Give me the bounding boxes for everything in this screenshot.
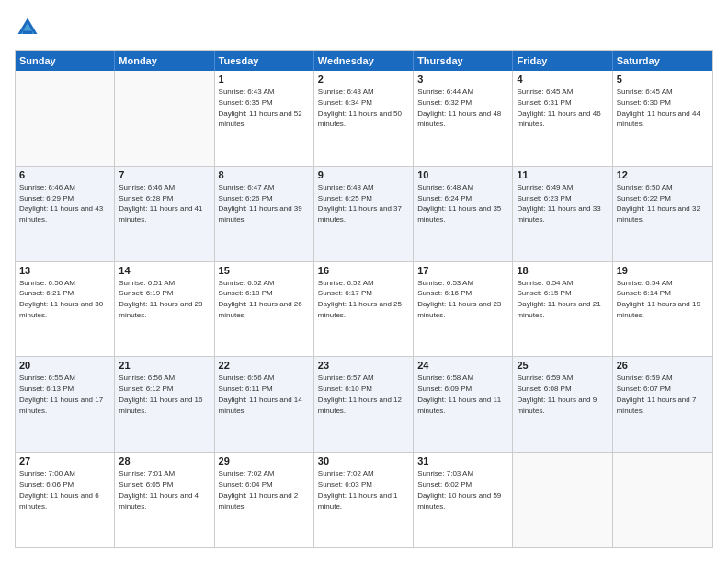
header-day-thursday: Thursday [414, 51, 513, 71]
day-cell-27: 27Sunrise: 7:00 AM Sunset: 6:06 PM Dayli… [16, 453, 115, 547]
day-number: 20 [19, 360, 110, 371]
day-cell-9: 9Sunrise: 6:48 AM Sunset: 6:25 PM Daylig… [314, 167, 414, 261]
day-number: 18 [517, 265, 608, 276]
day-number: 6 [19, 169, 110, 180]
day-cell-19: 19Sunrise: 6:54 AM Sunset: 6:14 PM Dayli… [613, 262, 712, 357]
day-cell-31: 31Sunrise: 7:03 AM Sunset: 6:02 PM Dayli… [414, 453, 513, 547]
day-number: 23 [318, 360, 409, 371]
page: SundayMondayTuesdayWednesdayThursdayFrid… [0, 0, 728, 563]
cell-info: Sunrise: 6:44 AM Sunset: 6:32 PM Dayligh… [417, 87, 501, 128]
header-day-wednesday: Wednesday [314, 51, 414, 71]
header-day-monday: Monday [115, 51, 214, 71]
cell-info: Sunrise: 6:46 AM Sunset: 6:29 PM Dayligh… [19, 183, 103, 224]
calendar-header: SundayMondayTuesdayWednesdayThursdayFrid… [16, 51, 712, 71]
day-cell-29: 29Sunrise: 7:02 AM Sunset: 6:04 PM Dayli… [215, 453, 314, 547]
day-cell-5: 5Sunrise: 6:45 AM Sunset: 6:30 PM Daylig… [613, 71, 712, 166]
cell-info: Sunrise: 6:46 AM Sunset: 6:28 PM Dayligh… [119, 183, 202, 224]
cell-info: Sunrise: 6:56 AM Sunset: 6:11 PM Dayligh… [219, 373, 302, 414]
cell-info: Sunrise: 6:58 AM Sunset: 6:09 PM Dayligh… [417, 373, 501, 414]
day-number: 5 [617, 74, 709, 85]
day-cell-23: 23Sunrise: 6:57 AM Sunset: 6:10 PM Dayli… [314, 357, 414, 452]
cell-info: Sunrise: 7:02 AM Sunset: 6:04 PM Dayligh… [219, 469, 299, 510]
day-number: 9 [318, 169, 409, 180]
day-number: 1 [219, 74, 310, 85]
cell-info: Sunrise: 6:43 AM Sunset: 6:34 PM Dayligh… [318, 87, 402, 128]
day-cell-24: 24Sunrise: 6:58 AM Sunset: 6:09 PM Dayli… [414, 357, 513, 452]
day-cell-25: 25Sunrise: 6:59 AM Sunset: 6:08 PM Dayli… [513, 357, 612, 452]
cell-info: Sunrise: 7:01 AM Sunset: 6:05 PM Dayligh… [119, 469, 199, 510]
day-cell-11: 11Sunrise: 6:49 AM Sunset: 6:23 PM Dayli… [513, 167, 612, 261]
logo [15, 15, 44, 40]
cell-info: Sunrise: 6:48 AM Sunset: 6:24 PM Dayligh… [417, 183, 501, 224]
day-number: 3 [417, 74, 508, 85]
cell-info: Sunrise: 6:52 AM Sunset: 6:17 PM Dayligh… [318, 279, 402, 319]
cell-info: Sunrise: 6:53 AM Sunset: 6:16 PM Dayligh… [417, 279, 501, 319]
cell-info: Sunrise: 6:54 AM Sunset: 6:15 PM Dayligh… [517, 279, 600, 319]
day-number: 16 [318, 265, 409, 276]
cell-info: Sunrise: 6:54 AM Sunset: 6:14 PM Dayligh… [617, 279, 700, 319]
cell-info: Sunrise: 6:56 AM Sunset: 6:12 PM Dayligh… [119, 373, 202, 414]
cell-info: Sunrise: 6:57 AM Sunset: 6:10 PM Dayligh… [318, 373, 402, 414]
day-cell-8: 8Sunrise: 6:47 AM Sunset: 6:26 PM Daylig… [215, 167, 314, 261]
day-number: 8 [219, 169, 310, 180]
empty-cell [115, 71, 214, 166]
day-number: 10 [417, 169, 508, 180]
day-number: 26 [617, 360, 709, 371]
cell-info: Sunrise: 6:45 AM Sunset: 6:31 PM Dayligh… [517, 87, 600, 128]
day-number: 24 [417, 360, 508, 371]
cell-info: Sunrise: 6:52 AM Sunset: 6:18 PM Dayligh… [219, 279, 302, 319]
calendar-body: 1Sunrise: 6:43 AM Sunset: 6:35 PM Daylig… [16, 71, 712, 547]
svg-rect-2 [23, 31, 33, 35]
day-number: 21 [119, 360, 210, 371]
day-cell-3: 3Sunrise: 6:44 AM Sunset: 6:32 PM Daylig… [414, 71, 513, 166]
day-number: 11 [517, 169, 608, 180]
day-number: 14 [119, 265, 210, 276]
cell-info: Sunrise: 7:03 AM Sunset: 6:02 PM Dayligh… [417, 469, 501, 510]
header-day-friday: Friday [513, 51, 612, 71]
day-cell-18: 18Sunrise: 6:54 AM Sunset: 6:15 PM Dayli… [513, 262, 612, 357]
day-number: 25 [517, 360, 608, 371]
cell-info: Sunrise: 6:45 AM Sunset: 6:30 PM Dayligh… [617, 87, 700, 128]
day-cell-20: 20Sunrise: 6:55 AM Sunset: 6:13 PM Dayli… [16, 357, 115, 452]
header-day-sunday: Sunday [16, 51, 115, 71]
day-number: 13 [19, 265, 110, 276]
header-day-saturday: Saturday [613, 51, 712, 71]
day-number: 2 [318, 74, 409, 85]
day-number: 15 [219, 265, 310, 276]
day-cell-13: 13Sunrise: 6:50 AM Sunset: 6:21 PM Dayli… [16, 262, 115, 357]
calendar-row-4: 27Sunrise: 7:00 AM Sunset: 6:06 PM Dayli… [16, 452, 712, 547]
day-cell-22: 22Sunrise: 6:56 AM Sunset: 6:11 PM Dayli… [215, 357, 314, 452]
cell-info: Sunrise: 6:55 AM Sunset: 6:13 PM Dayligh… [19, 373, 103, 414]
cell-info: Sunrise: 6:50 AM Sunset: 6:22 PM Dayligh… [617, 183, 700, 224]
cell-info: Sunrise: 6:51 AM Sunset: 6:19 PM Dayligh… [119, 279, 202, 319]
day-cell-6: 6Sunrise: 6:46 AM Sunset: 6:29 PM Daylig… [16, 167, 115, 261]
header [15, 15, 713, 40]
day-cell-21: 21Sunrise: 6:56 AM Sunset: 6:12 PM Dayli… [115, 357, 214, 452]
day-number: 17 [417, 265, 508, 276]
day-cell-26: 26Sunrise: 6:59 AM Sunset: 6:07 PM Dayli… [613, 357, 712, 452]
day-number: 12 [617, 169, 709, 180]
cell-info: Sunrise: 7:00 AM Sunset: 6:06 PM Dayligh… [19, 469, 99, 510]
day-cell-10: 10Sunrise: 6:48 AM Sunset: 6:24 PM Dayli… [414, 167, 513, 261]
empty-cell [613, 453, 712, 547]
day-cell-28: 28Sunrise: 7:01 AM Sunset: 6:05 PM Dayli… [115, 453, 214, 547]
cell-info: Sunrise: 7:02 AM Sunset: 6:03 PM Dayligh… [318, 469, 398, 510]
cell-info: Sunrise: 6:59 AM Sunset: 6:07 PM Dayligh… [617, 373, 697, 414]
empty-cell [513, 453, 612, 547]
day-cell-4: 4Sunrise: 6:45 AM Sunset: 6:31 PM Daylig… [513, 71, 612, 166]
day-cell-30: 30Sunrise: 7:02 AM Sunset: 6:03 PM Dayli… [314, 453, 414, 547]
day-number: 29 [219, 455, 310, 466]
header-day-tuesday: Tuesday [215, 51, 314, 71]
calendar-row-1: 6Sunrise: 6:46 AM Sunset: 6:29 PM Daylig… [16, 166, 712, 261]
day-cell-17: 17Sunrise: 6:53 AM Sunset: 6:16 PM Dayli… [414, 262, 513, 357]
day-cell-2: 2Sunrise: 6:43 AM Sunset: 6:34 PM Daylig… [314, 71, 414, 166]
day-cell-16: 16Sunrise: 6:52 AM Sunset: 6:17 PM Dayli… [314, 262, 414, 357]
logo-icon [15, 15, 40, 40]
day-number: 30 [318, 455, 409, 466]
day-cell-15: 15Sunrise: 6:52 AM Sunset: 6:18 PM Dayli… [215, 262, 314, 357]
cell-info: Sunrise: 6:49 AM Sunset: 6:23 PM Dayligh… [517, 183, 600, 224]
day-number: 4 [517, 74, 608, 85]
day-cell-7: 7Sunrise: 6:46 AM Sunset: 6:28 PM Daylig… [115, 167, 214, 261]
cell-info: Sunrise: 6:47 AM Sunset: 6:26 PM Dayligh… [219, 183, 302, 224]
day-cell-1: 1Sunrise: 6:43 AM Sunset: 6:35 PM Daylig… [215, 71, 314, 166]
